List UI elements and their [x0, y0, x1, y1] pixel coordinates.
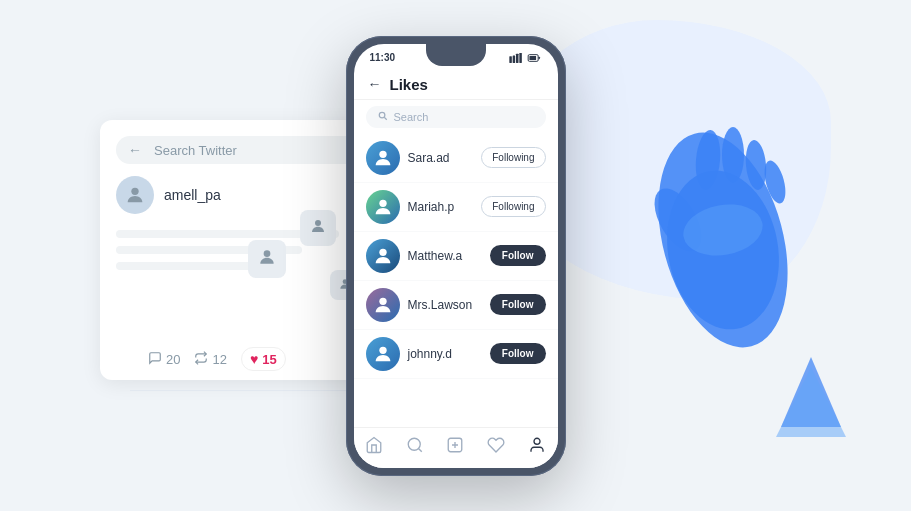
svg-rect-7: [519, 53, 522, 63]
svg-rect-9: [529, 55, 536, 59]
user-item-sara: Sara.ad Following: [354, 134, 558, 183]
svg-point-11: [379, 112, 385, 118]
phone-container: 11:30: [346, 36, 566, 476]
username-johnny: johnny.d: [408, 347, 482, 361]
svg-rect-5: [512, 55, 515, 63]
retweet-stat: 12: [194, 351, 226, 368]
twitter-profile-row: amell_pa: [116, 176, 364, 214]
svg-point-2: [315, 220, 321, 226]
phone-search-bar[interactable]: Search: [366, 106, 546, 128]
retweet-icon: [194, 351, 208, 368]
svg-point-1: [264, 250, 271, 257]
svg-rect-4: [509, 56, 512, 63]
username-mariah: Mariah.p: [408, 200, 474, 214]
phone-inner: 11:30: [354, 44, 558, 468]
svg-point-23: [534, 438, 540, 444]
user-avatar-johnny: [366, 337, 400, 371]
comment-icon: [148, 351, 162, 368]
heart-count: 15: [262, 352, 276, 367]
svg-point-15: [379, 248, 386, 255]
comment-count: 20: [166, 352, 180, 367]
follow-button-mrslawson[interactable]: Follow: [490, 294, 546, 315]
stats-row: 20 12 ♥ 15: [148, 347, 286, 371]
svg-rect-10: [538, 56, 539, 59]
follow-button-matthew[interactable]: Follow: [490, 245, 546, 266]
user-avatar-sara: [366, 141, 400, 175]
twitter-search-bar[interactable]: ← Search Twitter: [116, 136, 364, 164]
svg-point-16: [379, 297, 386, 304]
svg-point-0: [131, 188, 138, 195]
blue-arrow-decoration: [771, 347, 851, 451]
nav-search-icon[interactable]: [406, 436, 424, 458]
svg-rect-6: [516, 53, 519, 62]
user-item-mariah: Mariah.p Following: [354, 183, 558, 232]
comment-stat: 20: [148, 351, 180, 368]
user-avatar-mariah: [366, 190, 400, 224]
app-header: ← Likes: [354, 68, 558, 100]
search-icon: [378, 111, 388, 123]
notification-bubble-1: [248, 240, 286, 278]
user-item-johnny: johnny.d Follow: [354, 330, 558, 379]
nav-home-icon[interactable]: [365, 436, 383, 458]
user-list: Sara.ad Following Mariah.p Following: [354, 134, 558, 427]
user-item-mrslawson: Mrs.Lawson Follow: [354, 281, 558, 330]
twitter-card: ← Search Twitter amell_pa: [100, 120, 380, 380]
heart-badge: ♥ 15: [241, 347, 286, 371]
status-icons: [509, 53, 542, 63]
status-time: 11:30: [370, 52, 396, 63]
twitter-search-placeholder: Search Twitter: [154, 143, 237, 158]
twitter-back-icon: ←: [128, 142, 142, 158]
svg-point-18: [408, 438, 420, 450]
twitter-username: amell_pa: [164, 187, 221, 203]
twitter-avatar: [116, 176, 154, 214]
user-avatar-mrslawson: [366, 288, 400, 322]
user-avatar-matthew: [366, 239, 400, 273]
nav-heart-icon[interactable]: [487, 436, 505, 458]
bottom-nav: [354, 427, 558, 468]
phone-screen: ← Likes Search: [354, 68, 558, 468]
svg-point-14: [379, 199, 386, 206]
back-arrow-icon[interactable]: ←: [368, 76, 382, 92]
person-icon-1: [257, 247, 277, 272]
search-input-placeholder: Search: [394, 111, 429, 123]
username-mrslawson: Mrs.Lawson: [408, 298, 482, 312]
following-button-sara[interactable]: Following: [481, 147, 545, 168]
svg-line-12: [384, 117, 387, 120]
header-title: Likes: [390, 76, 428, 93]
follow-button-johnny[interactable]: Follow: [490, 343, 546, 364]
username-matthew: Matthew.a: [408, 249, 482, 263]
svg-line-19: [418, 448, 421, 451]
svg-point-13: [379, 150, 386, 157]
heart-icon: ♥: [250, 351, 258, 367]
user-item-matthew: Matthew.a Follow: [354, 232, 558, 281]
notification-bubble-2: [300, 210, 336, 246]
nav-profile-icon[interactable]: [528, 436, 546, 458]
nav-add-icon[interactable]: [446, 436, 464, 458]
retweet-count: 12: [212, 352, 226, 367]
svg-point-17: [379, 346, 386, 353]
following-button-mariah[interactable]: Following: [481, 196, 545, 217]
username-sara: Sara.ad: [408, 151, 474, 165]
person-icon-2: [309, 217, 327, 240]
phone-outer: 11:30: [346, 36, 566, 476]
phone-notch: [426, 44, 486, 66]
